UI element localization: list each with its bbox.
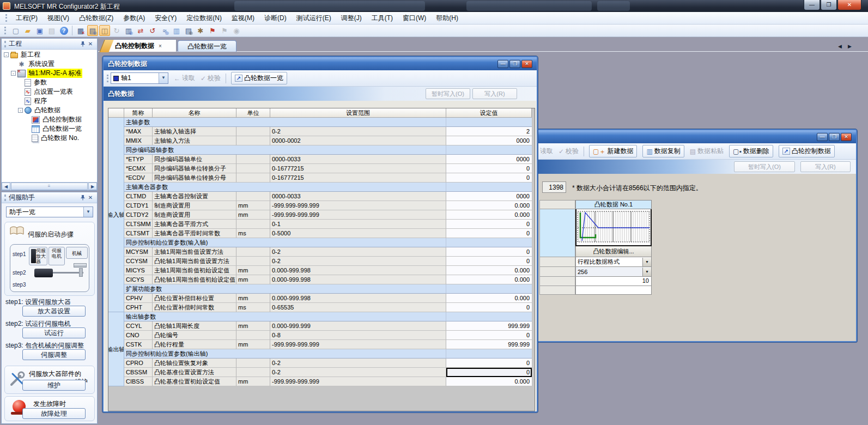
write-button[interactable]: 写入(R) [472,88,517,99]
tab-scroll-right-icon[interactable]: ▶ [846,42,854,50]
value-cell[interactable]: 0000 [446,136,532,145]
tab-cam-control-data[interactable]: 凸轮控制数据 × [106,39,177,52]
cam-thumbnail-cell[interactable] [575,209,652,246]
scrollbar-thumb[interactable]: ≡ [11,183,88,190]
value-cell[interactable]: 0.000 [446,210,532,220]
empty-cell[interactable] [575,286,652,295]
tree-item[interactable]: 凸轮控制数据 [2,115,97,124]
value-cell[interactable]: 0.000 [446,377,532,386]
tree-item[interactable]: -凸轮数据 [2,106,97,115]
menu-item-11[interactable]: 窗口(W) [398,12,431,24]
new-project-icon[interactable]: ▢ [10,25,21,36]
minimize-button[interactable]: — [497,60,508,68]
servo-adjust-button[interactable]: 伺服调整 [22,349,86,360]
graph-icon[interactable]: ≈◎ [159,25,170,36]
tree-item[interactable]: 凸轮数据 No. [2,133,97,143]
temp-write-button[interactable]: 暂时写入(O) [426,88,470,99]
transfer-icon[interactable]: ⇄ [135,25,146,36]
menu-item-0[interactable]: 工程(P) [11,12,43,24]
chevron-down-icon[interactable]: ▼ [83,207,93,217]
menu-item-12[interactable]: 帮助(H) [431,12,463,24]
help-icon[interactable]: ? [58,25,69,36]
value-cell[interactable]: 0000 [446,155,532,164]
value-cell[interactable]: 999.999 [446,340,532,349]
maintenance-button[interactable]: 维护 [22,380,86,391]
tab-scroll-left-icon[interactable]: ◀ [836,42,844,50]
value-cell-selected[interactable]: 0 [446,368,532,377]
restore-button[interactable]: ❐ [821,0,837,10]
copy-data-icon[interactable]: ▥ [171,25,182,36]
tree-item[interactable]: 点设置一览表 [2,87,97,96]
pin-icon[interactable] [79,40,87,48]
value-cell[interactable]: 999.999 [446,321,532,331]
chevron-down-icon[interactable]: ▼ [642,258,651,266]
save-project-icon[interactable]: ▣ [34,25,45,36]
value-cell[interactable]: 2 [446,127,532,136]
axis-select[interactable]: 轴1 ▼ [111,72,168,84]
value-cell[interactable]: 0 [446,359,532,368]
chevron-down-icon[interactable]: ▼ [159,73,168,83]
test-run-button[interactable]: 试运行 [22,327,86,338]
resolution-select[interactable]: 256 ▼ [575,267,652,277]
tab-cam-data-list[interactable]: 凸轮数据一览 [178,40,236,52]
open-project-icon[interactable]: ▰ [22,25,33,36]
amplifier-setting-button[interactable]: 放大器设置 [22,306,86,317]
menu-item-2[interactable]: 凸轮数据(Z) [74,12,118,24]
expander-icon[interactable]: - [11,71,16,76]
temp-write-button[interactable]: 暂时写入(O) [734,161,795,172]
rotate-icon[interactable]: ↺ [147,25,158,36]
copy-data-button[interactable]: ▥数据复制 [642,145,684,157]
value-cell[interactable]: 0.000 [446,275,532,284]
menu-item-7[interactable]: 诊断(D) [259,12,292,24]
maximize-button[interactable]: ❐ [829,133,840,141]
delete-data-button[interactable]: ▢▪数据删除 [729,145,773,157]
format-select[interactable]: 行程比数据格式 ▼ [575,257,652,267]
tree-item[interactable]: 程序 [2,96,97,106]
value-cell[interactable]: 0.000 [446,201,532,210]
minimize-button[interactable]: — [804,0,820,10]
menu-item-3[interactable]: 参数(A) [118,12,150,24]
flag-icon[interactable]: ⚑ [207,25,218,36]
tree-item[interactable]: -新工程 [2,50,97,59]
write-button[interactable]: 写入(R) [800,161,851,172]
cam-data-edit-button[interactable]: 凸轮数据编辑... [575,246,652,257]
value-cell[interactable]: 0 [446,303,532,312]
cam-data-list-button[interactable]: ↗凸轮数据一览 [231,72,287,84]
value-cell[interactable]: 0 [446,164,532,173]
scroll-right-button[interactable]: ▶ [88,183,97,190]
value-cell[interactable]: 0.000 [446,294,532,303]
points-cell[interactable]: 10 [575,277,652,286]
close-panel-icon[interactable]: ✕ [87,194,94,202]
monitor-icon[interactable]: ▥◎ [123,25,134,36]
menu-item-10[interactable]: 工具(T) [367,12,398,24]
menu-item-1[interactable]: 视图(V) [43,12,74,24]
tree-item[interactable]: 参数 [2,78,97,87]
menu-item-4[interactable]: 安全(Y) [150,12,181,24]
scroll-left-button[interactable]: ◀ [2,183,10,190]
expander-icon[interactable]: - [18,108,23,113]
servo-assistant-icon[interactable]: ◫ [99,25,110,36]
tree-item[interactable]: -轴1:MR-JE-A 标准 [2,69,97,78]
value-cell[interactable]: 0 [446,247,532,257]
project-tree-icon[interactable]: ▤◎ [87,25,98,36]
value-cell[interactable]: 0 [446,173,532,183]
value-cell[interactable]: 0000 [446,192,532,201]
value-cell[interactable]: 0 [446,331,532,340]
value-cell[interactable]: 0 [446,220,532,229]
trouble-button[interactable]: 故障处理 [22,408,86,419]
close-button[interactable]: ✕ [841,133,852,141]
assistant-select[interactable]: 助手一览 ▼ [6,207,93,217]
system-setting-icon[interactable]: ▦✕ [75,25,86,36]
maximize-button[interactable]: ❐ [509,60,520,68]
menu-item-6[interactable]: 监视(M) [227,12,259,24]
search-doc-icon[interactable]: ▤◎ [183,25,194,36]
value-cell[interactable]: 0 [446,257,532,266]
value-cell[interactable]: 0.000 [446,266,532,275]
close-button[interactable]: ✕ [521,60,532,68]
new-data-button[interactable]: ▢＋新建数据 [589,145,637,157]
hand-icon[interactable]: ✱ [195,25,206,36]
tree-item[interactable]: 系统设置 [2,59,97,69]
cam-control-data-button[interactable]: ↗凸轮控制数据 [779,145,835,157]
expander-icon[interactable]: - [4,52,9,57]
pin-icon[interactable] [79,194,87,202]
